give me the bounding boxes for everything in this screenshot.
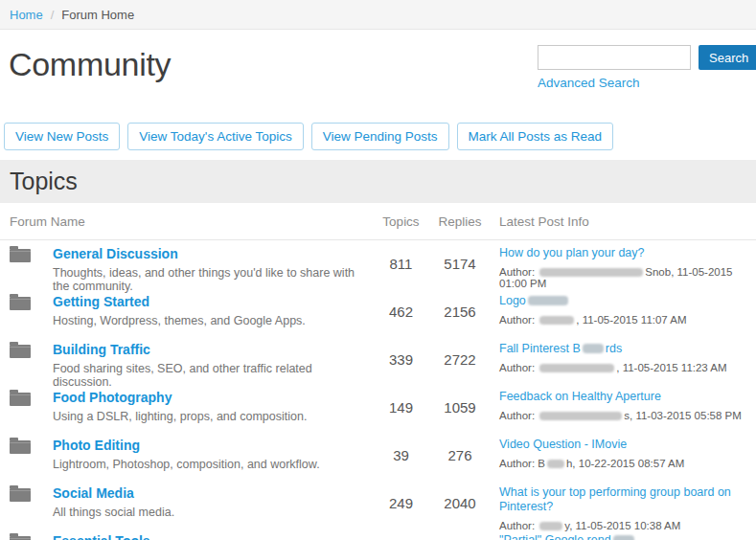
table-row: Getting Started Hosting, Wordpress, them… bbox=[0, 288, 756, 336]
latest-post-date: , 11-05-2015 11:23 AM bbox=[616, 362, 726, 373]
folder-icon bbox=[10, 293, 53, 336]
forum-description: Thoughts, ideas, and other things you'd … bbox=[53, 266, 370, 293]
latest-post-title: Feedback on Healthy Aperture bbox=[499, 390, 746, 404]
latest-post-link-suffix[interactable]: rds bbox=[606, 342, 622, 355]
forum-description: All things social media. bbox=[53, 506, 370, 519]
toolbar: View New Posts View Today's Active Topic… bbox=[4, 123, 756, 150]
table-row: Building Traffic Food sharing sites, SEO… bbox=[0, 336, 756, 384]
forum-table-body: General Discussion Thoughts, ideas, and … bbox=[0, 240, 756, 540]
search-button[interactable]: Search bbox=[699, 45, 756, 70]
author-label: Author: bbox=[499, 410, 538, 421]
forum-name-link[interactable]: Social Media bbox=[53, 485, 134, 501]
forum-name-link[interactable]: Getting Started bbox=[53, 294, 149, 309]
latest-post-date: , 10-22-2015 08:57 AM bbox=[572, 458, 684, 469]
search-area: Search Advanced Search bbox=[538, 45, 752, 91]
folder-icon bbox=[10, 341, 53, 384]
folder-icon bbox=[10, 437, 53, 480]
latest-post-author-line: Author: Snob, 11-05-2015 01:00 PM bbox=[499, 266, 746, 289]
latest-post-info: What is your top performing group board … bbox=[499, 484, 746, 528]
forum-name-link[interactable]: Building Traffic bbox=[53, 342, 150, 357]
row-spacer bbox=[488, 293, 499, 336]
latest-post-author-line: Author: , 11-05-2015 11:23 AM bbox=[499, 362, 746, 373]
header-latest-post-info: Latest Post Info bbox=[499, 214, 746, 229]
forum-name-link[interactable]: Essential Tools bbox=[53, 533, 150, 540]
topics-count: 39 bbox=[370, 447, 432, 469]
forum-name-link[interactable]: Photo Editing bbox=[53, 438, 140, 453]
row-spacer bbox=[488, 484, 499, 528]
folder-icon bbox=[10, 389, 53, 432]
topics-section-heading: Topics bbox=[0, 160, 756, 203]
redacted-title-text bbox=[583, 344, 604, 353]
header-spacer bbox=[488, 214, 499, 229]
latest-post-info: "Partial" Google rend bbox=[499, 532, 746, 540]
advanced-search-link[interactable]: Advanced Search bbox=[538, 76, 640, 90]
folder-icon bbox=[10, 484, 53, 528]
latest-post-author-line: Author: , 11-05-2015 11:07 AM bbox=[499, 314, 746, 326]
topics-count: 249 bbox=[370, 495, 432, 517]
forum-name-link[interactable]: Food Photography bbox=[53, 390, 172, 405]
forum-name-cell: Food Photography Using a DSLR, lighting,… bbox=[53, 389, 370, 432]
redacted-author-name bbox=[539, 412, 622, 420]
author-label: Author: bbox=[499, 520, 538, 531]
topics-count: 462 bbox=[370, 304, 432, 326]
view-todays-active-topics-button[interactable]: View Today's Active Topics bbox=[127, 123, 303, 150]
redacted-author-name bbox=[539, 364, 614, 372]
latest-post-link[interactable]: Feedback on Healthy Aperture bbox=[499, 390, 661, 403]
latest-post-info: How do you plan your day? Author: Snob, … bbox=[499, 245, 746, 288]
replies-count: 1059 bbox=[432, 399, 488, 421]
forum-name-cell: Building Traffic Food sharing sites, SEO… bbox=[53, 341, 370, 384]
folder-icon bbox=[10, 532, 53, 540]
latest-post-link[interactable]: What is your top performing group board … bbox=[499, 485, 731, 513]
breadcrumb-current: Forum Home bbox=[61, 8, 134, 22]
latest-post-title: Logo bbox=[499, 294, 746, 308]
latest-post-title: Video Question - IMovie bbox=[499, 438, 746, 452]
forum-name-cell: Essential Tools bbox=[53, 532, 370, 540]
author-label: Author: bbox=[499, 458, 538, 469]
latest-post-link[interactable]: "Partial" Google rend bbox=[499, 533, 611, 540]
row-spacer bbox=[488, 437, 499, 480]
topics-count: 339 bbox=[370, 351, 432, 373]
view-new-posts-button[interactable]: View New Posts bbox=[4, 123, 120, 150]
row-spacer bbox=[488, 532, 499, 540]
search-input[interactable] bbox=[538, 45, 691, 70]
redacted-title-text bbox=[613, 535, 634, 540]
breadcrumb: Home / Forum Home bbox=[0, 0, 756, 30]
latest-post-link[interactable]: Video Question - IMovie bbox=[499, 438, 627, 451]
latest-post-info: Fall Pinterest Brds Author: , 11-05-2015… bbox=[499, 341, 746, 384]
row-spacer bbox=[488, 245, 499, 288]
latest-post-link[interactable]: Fall Pinterest B bbox=[499, 342, 581, 355]
latest-post-title: "Partial" Google rend bbox=[499, 533, 746, 540]
replies-count: 276 bbox=[432, 447, 488, 469]
topics-count: 149 bbox=[370, 399, 432, 421]
latest-post-link[interactable]: How do you plan your day? bbox=[499, 246, 644, 259]
author-visible-prefix: B bbox=[538, 458, 545, 469]
replies-count: 2040 bbox=[432, 495, 488, 517]
topics-count: 811 bbox=[370, 256, 432, 278]
author-label: Author: bbox=[499, 314, 538, 326]
header-topics: Topics bbox=[370, 214, 432, 229]
redacted-author-name bbox=[547, 460, 564, 468]
breadcrumb-separator: / bbox=[51, 8, 55, 22]
latest-post-title: How do you plan your day? bbox=[499, 246, 746, 260]
latest-post-link[interactable]: Logo bbox=[499, 294, 526, 307]
author-label: Author: bbox=[499, 266, 538, 278]
latest-post-info: Feedback on Healthy Aperture Author: s, … bbox=[499, 389, 746, 432]
folder-icon bbox=[10, 245, 53, 288]
latest-post-date: , 11-03-2015 05:58 PM bbox=[630, 410, 742, 421]
forum-name-cell: Getting Started Hosting, Wordpress, them… bbox=[53, 293, 370, 336]
forum-description: Hosting, Wordpress, themes, and Google A… bbox=[53, 314, 370, 327]
latest-post-author-line: Author: y, 11-05-2015 10:38 AM bbox=[499, 520, 746, 531]
forum-name-cell: Photo Editing Lightroom, Photoshop, comp… bbox=[53, 437, 370, 480]
redacted-author-name bbox=[539, 316, 574, 325]
latest-post-info: Video Question - IMovie Author: Bh, 10-2… bbox=[499, 437, 746, 480]
latest-post-date: , 11-05-2015 10:38 AM bbox=[569, 520, 680, 531]
table-row: General Discussion Thoughts, ideas, and … bbox=[0, 240, 756, 288]
view-pending-posts-button[interactable]: View Pending Posts bbox=[311, 123, 449, 150]
breadcrumb-home-link[interactable]: Home bbox=[10, 8, 43, 22]
redacted-author-name bbox=[539, 268, 643, 277]
header-forum-name: Forum Name bbox=[10, 214, 370, 229]
mark-all-posts-read-button[interactable]: Mark All Posts as Read bbox=[457, 123, 614, 150]
forum-description: Lightroom, Photoshop, composition, and w… bbox=[53, 458, 370, 471]
forum-name-link[interactable]: General Discussion bbox=[53, 246, 178, 261]
redacted-title-text bbox=[528, 296, 568, 305]
